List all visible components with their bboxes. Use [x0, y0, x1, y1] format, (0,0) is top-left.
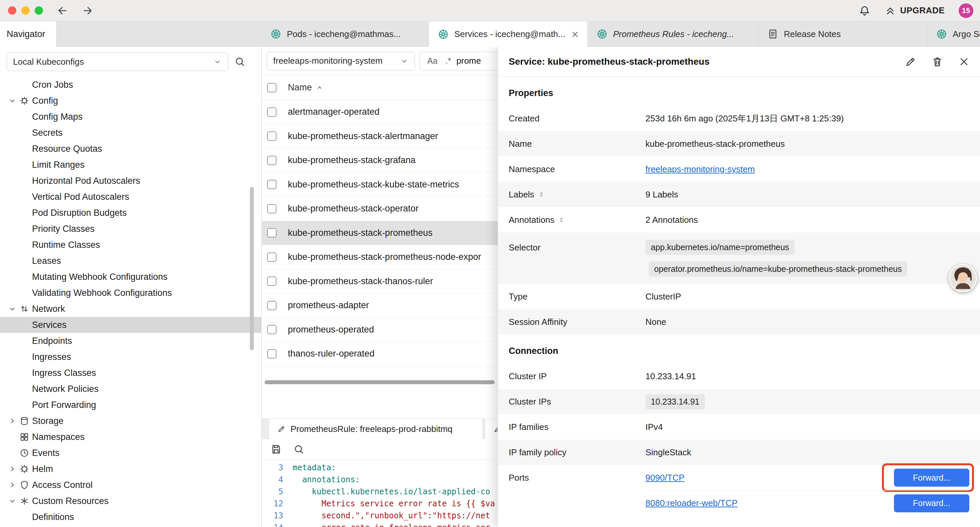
sidebar-item-config[interactable]: Config [0, 93, 261, 109]
tab-prometheus-rules[interactable]: Prometheus Rules - icecheng... [588, 21, 759, 47]
tab-label: Argo Se [953, 29, 980, 39]
sidebar-item-config-maps[interactable]: Config Maps [0, 109, 261, 125]
row-checkbox[interactable] [267, 131, 277, 141]
release-notes-icon [767, 29, 778, 40]
sidebar-item-custom-resources[interactable]: Custom Resources [0, 493, 261, 509]
user-avatar[interactable] [949, 264, 977, 292]
expand-labels-icon[interactable] [538, 191, 545, 198]
sidebar-item-mutating-webhook-configurations[interactable]: Mutating Webhook Configurations [0, 269, 261, 285]
sidebar-item-endpoints[interactable]: Endpoints [0, 333, 261, 349]
sidebar-item-network-policies[interactable]: Network Policies [0, 381, 261, 397]
sidebar-scrollbar[interactable] [250, 187, 254, 350]
pencil-icon [277, 425, 286, 433]
sidebar-item-validating-webhook-configurations[interactable]: Validating Webhook Configurations [0, 285, 261, 301]
tab-services[interactable]: Services - icecheng@math... [429, 21, 588, 47]
tab-release-notes[interactable]: Release Notes [759, 21, 927, 47]
namespace-select[interactable]: freeleaps-monitoring-system [267, 52, 415, 70]
property-row-name: Name kube-prometheus-stack-prometheus [498, 131, 980, 156]
match-case-toggle[interactable]: Aa [425, 56, 440, 66]
sidebar-item-vertical-pod-autoscalers[interactable]: Vertical Pod Autoscalers [0, 189, 261, 205]
kubeconfig-select[interactable]: Local Kubeconfigs [7, 53, 228, 71]
row-checkbox[interactable] [267, 325, 277, 334]
sidebar-item-namespaces[interactable]: Namespaces [0, 429, 261, 445]
custom-resources-icon [19, 496, 32, 506]
row-checkbox[interactable] [267, 107, 277, 117]
row-checkbox[interactable] [267, 301, 277, 310]
forward-button[interactable]: Forward... [894, 494, 969, 512]
network-icon [19, 304, 32, 314]
sidebar-item-leases[interactable]: Leases [0, 253, 261, 269]
row-checkbox[interactable] [267, 277, 277, 286]
tab-label: Pods - icecheng@mathmas... [287, 29, 401, 39]
connection-rows: Cluster IP 10.233.14.91 Cluster IPs 10.2… [498, 363, 980, 516]
editor-tab-label: PrometheusRule: freeleaps-prod-rabbitmq [291, 424, 453, 434]
window-minimize-button[interactable] [21, 6, 30, 15]
window-titlebar: UPGRADE 15 [0, 0, 980, 21]
sidebar-item-storage[interactable]: Storage [0, 413, 261, 429]
kubernetes-icon [936, 29, 947, 40]
tab-argo[interactable]: Argo Se [927, 21, 980, 47]
kubernetes-icon [597, 29, 608, 40]
expand-annotations-icon[interactable] [558, 216, 565, 223]
navigator-sidebar: Local Kubeconfigs Cron Jobs Config Confi… [0, 47, 261, 527]
back-button[interactable] [57, 5, 68, 16]
upgrade-button[interactable]: UPGRADE [885, 5, 945, 16]
port-link-9090[interactable]: 9090/TCP [646, 473, 684, 483]
kubernetes-icon [270, 29, 282, 40]
port-link-8080[interactable]: 8080:reloader-web/TCP [646, 498, 738, 508]
horizontal-scrollbar[interactable] [264, 380, 495, 384]
sidebar-item-secrets[interactable]: Secrets [0, 125, 261, 141]
sidebar-item-pod-disruption-budgets[interactable]: Pod Disruption Budgets [0, 205, 261, 221]
sidebar-item-resource-quotas[interactable]: Resource Quotas [0, 141, 261, 157]
editor-search-button[interactable] [293, 444, 305, 455]
navigator-tab[interactable]: Navigator [0, 21, 57, 47]
property-row-type: Type ClusterIP [498, 284, 980, 309]
row-checkbox[interactable] [267, 156, 277, 165]
column-header-name[interactable]: Name [288, 83, 324, 93]
regex-toggle[interactable]: .* [443, 56, 454, 66]
edit-button[interactable] [905, 56, 916, 68]
close-drawer-button[interactable] [958, 56, 970, 68]
property-row-namespace: Namespace freeleaps-monitoring-system [498, 156, 980, 182]
notifications-button[interactable] [859, 5, 870, 17]
property-row-cluster-ips: Cluster IPs 10.233.14.91 [498, 389, 980, 414]
sidebar-item-limit-ranges[interactable]: Limit Ranges [0, 157, 261, 173]
select-all-checkbox[interactable] [267, 83, 277, 92]
delete-button[interactable] [931, 56, 943, 68]
namespace-select-value: freeleaps-monitoring-system [273, 56, 383, 66]
sidebar-item-priority-classes[interactable]: Priority Classes [0, 221, 261, 237]
sidebar-item-runtime-classes[interactable]: Runtime Classes [0, 237, 261, 253]
forward-button[interactable] [82, 5, 93, 16]
row-checkbox[interactable] [267, 253, 277, 262]
sidebar-item-ingress-classes[interactable]: Ingress Classes [0, 365, 261, 381]
sidebar-item-horizontal-pod-autoscalers[interactable]: Horizontal Pod Autoscalers [0, 173, 261, 189]
sidebar-item-network[interactable]: Network [0, 301, 261, 317]
sidebar-item-port-forwarding[interactable]: Port Forwarding [0, 397, 261, 413]
service-detail-drawer: Service: kube-prometheus-stack-prometheu… [498, 47, 980, 527]
close-icon[interactable] [571, 30, 579, 39]
sidebar-item-access-control[interactable]: Access Control [0, 477, 261, 493]
section-heading-properties: Properties [498, 77, 980, 106]
row-checkbox[interactable] [267, 228, 277, 237]
forward-button[interactable]: Forward... [894, 469, 969, 487]
selector-chip: operator.prometheus.io/name=kube-prometh… [649, 261, 907, 277]
sidebar-item-services[interactable]: Services [0, 317, 261, 333]
tab-label: Services - icecheng@math... [454, 29, 565, 39]
row-checkbox[interactable] [267, 204, 277, 213]
window-close-button[interactable] [8, 6, 16, 15]
window-zoom-button[interactable] [35, 6, 43, 15]
sidebar-item-events[interactable]: Events [0, 445, 261, 461]
sidebar-item-cron-jobs[interactable]: Cron Jobs [0, 77, 261, 93]
sidebar-item-definitions[interactable]: Definitions [0, 509, 261, 525]
chevron-down-icon [213, 57, 222, 66]
save-button[interactable] [270, 444, 282, 455]
editor-tab-prometheusrule[interactable]: PrometheusRule: freeleaps-prod-rabbitmq [269, 419, 483, 439]
sidebar-item-ingresses[interactable]: Ingresses [0, 349, 261, 365]
row-checkbox[interactable] [267, 180, 277, 189]
tab-pods[interactable]: Pods - icecheng@mathmas... [261, 21, 429, 47]
sidebar-item-helm[interactable]: Helm [0, 461, 261, 477]
notification-count-badge[interactable]: 15 [959, 3, 973, 18]
namespace-link[interactable]: freeleaps-monitoring-system [646, 164, 755, 174]
row-checkbox[interactable] [267, 349, 277, 358]
sidebar-search-button[interactable] [234, 56, 245, 67]
